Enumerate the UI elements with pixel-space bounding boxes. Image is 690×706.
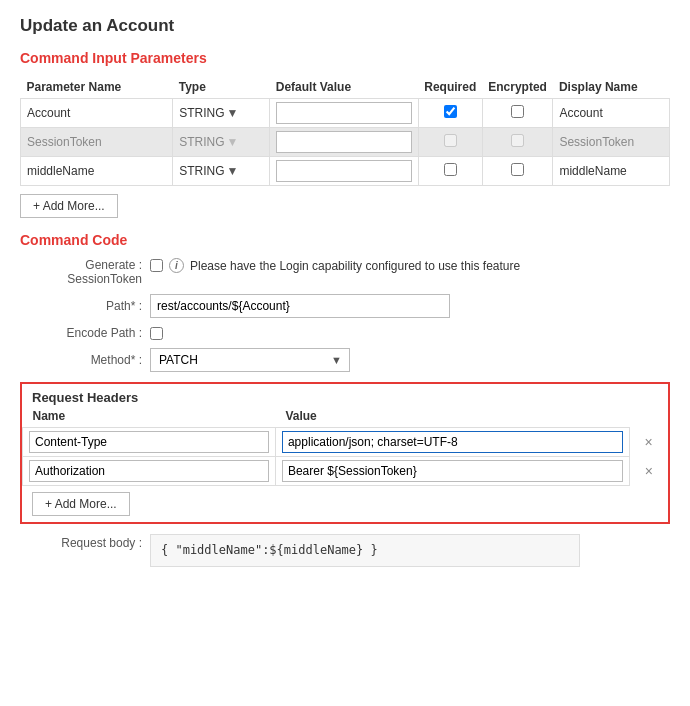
method-label: Method* : — [20, 353, 150, 367]
encode-path-checkbox[interactable] — [150, 327, 163, 340]
headers-col-value: Value — [275, 407, 629, 428]
request-headers-section: Request Headers Name Value ×× + Add More… — [20, 382, 670, 524]
header-name-cell — [23, 428, 276, 457]
page-title: Update an Account — [20, 16, 670, 36]
header-value-cell — [275, 457, 629, 486]
param-encrypted-cell — [482, 99, 553, 128]
header-action-cell: × — [630, 457, 668, 486]
param-required-checkbox[interactable] — [444, 105, 457, 118]
param-type-cell: STRING▼ — [173, 128, 270, 157]
param-default-input[interactable] — [276, 102, 411, 124]
col-encrypted: Encrypted — [482, 76, 553, 99]
param-default-input[interactable] — [276, 160, 411, 182]
headers-col-action — [630, 407, 668, 428]
header-name-input[interactable] — [29, 460, 269, 482]
param-type-cell: STRING▼ — [173, 99, 270, 128]
path-row: Path* : — [20, 294, 670, 318]
add-more-headers-button[interactable]: + Add More... — [32, 492, 130, 516]
command-input-title: Command Input Parameters — [20, 50, 670, 66]
info-icon: i — [169, 258, 184, 273]
headers-table: Name Value ×× — [22, 407, 668, 486]
param-default-input — [276, 131, 411, 153]
param-default-cell — [270, 157, 418, 186]
body-label: Request body : — [20, 534, 150, 550]
headers-col-name: Name — [23, 407, 276, 428]
param-name-cell: SessionToken — [21, 128, 173, 157]
param-required-cell — [418, 99, 482, 128]
param-required-cell — [418, 128, 482, 157]
generate-session-text: Please have the Login capability configu… — [190, 259, 520, 273]
param-required-checkbox[interactable] — [444, 163, 457, 176]
headers-table-row: × — [23, 457, 668, 486]
command-code-title: Command Code — [20, 232, 670, 248]
body-row: Request body : { "middleName":${middleNa… — [20, 534, 670, 567]
param-default-cell — [270, 128, 418, 157]
encode-path-label: Encode Path : — [20, 326, 150, 340]
method-select[interactable]: GETPOSTPUTPATCHDELETE — [150, 348, 350, 372]
header-value-input[interactable] — [282, 460, 623, 482]
param-required-checkbox[interactable] — [444, 134, 457, 147]
command-input-section: Command Input Parameters Parameter Name … — [20, 50, 670, 218]
type-dropdown-arrow[interactable]: ▼ — [227, 106, 239, 120]
param-name-cell: middleName — [21, 157, 173, 186]
type-dropdown-arrow[interactable]: ▼ — [227, 164, 239, 178]
generate-session-content: i Please have the Login capability confi… — [150, 258, 670, 273]
headers-table-row: × — [23, 428, 668, 457]
param-encrypted-checkbox[interactable] — [511, 163, 524, 176]
add-more-params-button[interactable]: + Add More... — [20, 194, 118, 218]
path-label: Path* : — [20, 299, 150, 313]
generate-session-row: Generate : SessionToken i Please have th… — [20, 258, 670, 286]
param-required-cell — [418, 157, 482, 186]
command-code-section: Command Code Generate : SessionToken i P… — [20, 232, 670, 372]
param-encrypted-cell — [482, 128, 553, 157]
request-body-section: Request body : { "middleName":${middleNa… — [20, 534, 670, 567]
method-row: Method* : GETPOSTPUTPATCHDELETE ▼ — [20, 348, 670, 372]
header-name-input[interactable] — [29, 431, 269, 453]
param-displayname-cell: middleName — [553, 157, 670, 186]
header-action-cell: × — [630, 428, 668, 457]
param-encrypted-checkbox[interactable] — [511, 105, 524, 118]
table-row: middleNameSTRING▼middleName — [21, 157, 670, 186]
path-input[interactable] — [150, 294, 450, 318]
params-table: Parameter Name Type Default Value Requir… — [20, 76, 670, 186]
table-row: AccountSTRING▼Account — [21, 99, 670, 128]
headers-add-row: + Add More... — [22, 486, 668, 522]
param-default-cell — [270, 99, 418, 128]
header-delete-button[interactable]: × — [644, 434, 652, 450]
param-name-cell: Account — [21, 99, 173, 128]
table-row: SessionTokenSTRING▼SessionToken — [21, 128, 670, 157]
header-name-cell — [23, 457, 276, 486]
col-display-name: Display Name — [553, 76, 670, 99]
param-displayname-cell: Account — [553, 99, 670, 128]
body-content: { "middleName":${middleName} } — [150, 534, 580, 567]
page-container: Update an Account Command Input Paramete… — [0, 0, 690, 706]
headers-section-title: Request Headers — [22, 384, 668, 407]
col-default-value: Default Value — [270, 76, 418, 99]
param-encrypted-cell — [482, 157, 553, 186]
type-dropdown-arrow: ▼ — [227, 135, 239, 149]
method-select-wrap: GETPOSTPUTPATCHDELETE ▼ — [150, 348, 350, 372]
encode-path-row: Encode Path : — [20, 326, 670, 340]
param-type-cell: STRING▼ — [173, 157, 270, 186]
col-required: Required — [418, 76, 482, 99]
col-type: Type — [173, 76, 270, 99]
generate-session-label: Generate : SessionToken — [20, 258, 150, 286]
col-param-name: Parameter Name — [21, 76, 173, 99]
param-displayname-cell: SessionToken — [553, 128, 670, 157]
generate-session-checkbox[interactable] — [150, 259, 163, 272]
param-encrypted-checkbox[interactable] — [511, 134, 524, 147]
header-delete-button[interactable]: × — [645, 463, 653, 479]
header-value-cell — [275, 428, 629, 457]
header-value-input[interactable] — [282, 431, 623, 453]
